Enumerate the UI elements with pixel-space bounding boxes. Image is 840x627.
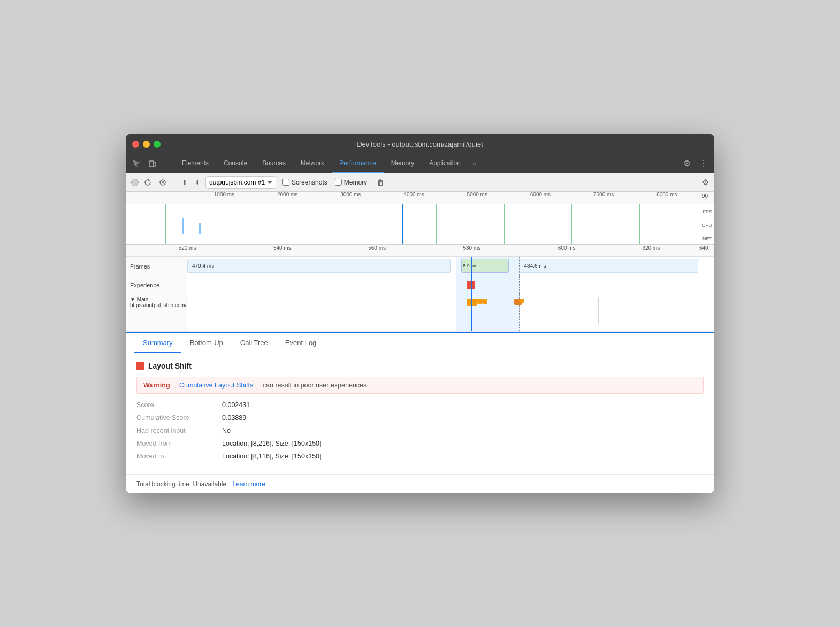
tab-sources[interactable]: Sources [255,154,293,173]
net-label: NET [690,236,712,241]
svg-rect-1 [154,162,156,166]
reload-button[interactable] [142,178,154,187]
recent-input-label: Had recent input [136,427,222,434]
target-selector[interactable]: output.jsbin.com #1 [205,176,276,189]
record-button[interactable] [131,179,139,186]
layout-shift-title: Layout Shift [148,362,192,370]
performance-toolbar: ⬆ ⬇ output.jsbin.com #1 Screenshots Memo… [126,173,714,192]
ruler-label-4000: 4000 ms [403,192,424,197]
target-value: output.jsbin.com #1 [209,179,265,186]
toolbar-checkboxes: Screenshots Memory 🗑 [282,178,384,187]
detail-label-600: 600 ms [558,245,576,251]
cumulative-score-value: 0.03889 [222,414,246,422]
tab-memory[interactable]: Memory [384,154,422,173]
frame-time-3: 484.6 ms [524,263,546,269]
recent-input-row: Had recent input No [136,427,704,434]
memory-label-toolbar: Memory [344,179,367,186]
tab-network[interactable]: Network [293,154,332,173]
warning-rest: can result in poor user experiences. [263,381,369,389]
detail-label-520: 520 ms [179,245,196,251]
main-content [187,294,714,331]
learn-more-link[interactable]: Learn more [232,480,265,488]
moved-to-value: Location: [8,116], Size: [150x150] [222,453,322,460]
ruler-label-8000: 8000 ms [656,192,677,197]
nav-right-icons: ⚙ ⋮ [681,157,710,170]
nav-icons [130,158,159,169]
sel-exp [456,276,519,294]
moved-from-label: Moved from [136,440,222,447]
frame-block-1: 470.4 ms [187,259,451,273]
task-bar-5 [520,299,525,303]
ruler-label-5000: 5000 ms [467,192,487,197]
memory-checkbox-label[interactable]: Memory [335,179,367,186]
cls-link[interactable]: Cumulative Layout Shifts [179,381,253,389]
moved-from-value: Location: [8,216], Size: [150x150] [222,440,322,447]
traffic-lights [132,141,161,148]
window-title: DevTools - output.jsbin.com/zajamil/quie… [357,140,483,148]
main-label: ▼ Main — https://output.jsbin.com/zajami… [126,294,187,331]
frame-time-1: 470.4 ms [192,263,214,269]
stop-button[interactable] [157,178,169,187]
nav-separator [170,158,170,169]
bottom-tabs-area: Summary Bottom-Up Call Tree Event Log La… [126,332,714,493]
screenshots-checkbox-label[interactable]: Screenshots [282,179,327,186]
ruler-label-3000: 3000 ms [340,192,361,197]
maximize-button[interactable] [154,141,161,148]
footer: Total blocking time: Unavailable Learn m… [126,475,714,493]
screenshots-label: Screenshots [292,179,327,186]
cpu-label: CPU [690,223,712,228]
tab-event-log[interactable]: Event Log [277,333,325,353]
minimize-button[interactable] [143,141,150,148]
score-label: Score [136,401,222,409]
svg-rect-0 [149,161,154,167]
layout-shift-header: Layout Shift [136,362,704,370]
tab-performance[interactable]: Performance [332,154,384,173]
close-button[interactable] [132,141,139,148]
timeline-detail: 520 ms 540 ms 560 ms 580 ms 600 ms 620 m… [126,245,714,332]
toolbar-settings-icon[interactable]: ⚙ [702,178,709,187]
ruler-label-2000: 2000 ms [277,192,297,197]
upload-button[interactable]: ⬆ [180,178,189,187]
timeline-ruler: 1000 ms 2000 ms 3000 ms 4000 ms 5000 ms … [126,192,714,204]
tab-bottom-up[interactable]: Bottom-Up [181,333,232,353]
tab-summary[interactable]: Summary [134,333,181,353]
device-toggle-icon[interactable] [146,158,159,169]
clear-button[interactable]: 🗑 [377,178,384,187]
tab-elements[interactable]: Elements [174,154,216,173]
layout-shift-icon [136,362,144,370]
warning-label: Warning [143,381,170,389]
cumulative-score-row: Cumulative Score 0.03889 [136,414,704,422]
download-button[interactable]: ⬇ [193,178,202,187]
timeline-overview: 1000 ms 2000 ms 3000 ms 4000 ms 5000 ms … [126,192,714,245]
summary-content: Layout Shift Warning Cumulative Layout S… [126,353,714,474]
main-row: ▼ Main — https://output.jsbin.com/zajami… [126,294,714,332]
tab-console[interactable]: Console [216,154,255,173]
timeline-cursor [471,257,472,276]
moved-to-label: Moved to [136,453,222,460]
memory-checkbox[interactable] [335,179,342,186]
detail-label-560: 560 ms [368,245,386,251]
nav-tabs: Elements Console Sources Network Perform… [174,154,681,173]
experience-content [187,276,714,294]
tab-call-tree[interactable]: Call Tree [232,333,277,353]
tab-more[interactable]: » [468,160,480,167]
experience-label: Experience [126,276,187,294]
task-bar-3 [483,299,488,304]
settings-icon[interactable]: ⚙ [681,157,693,170]
more-options-icon[interactable]: ⋮ [697,157,710,170]
warning-bar: Warning Cumulative Layout Shifts can res… [136,377,704,394]
ruler-label-1000: 1000 ms [214,192,234,197]
tab-application[interactable]: Application [422,154,468,173]
frames-content: 470.4 ms 8.9 ms 484.6 ms [187,257,714,276]
ruler-label-7000: 7000 ms [593,192,614,197]
screenshots-checkbox[interactable] [282,179,289,186]
task-line [598,297,599,324]
frame-block-2: 8.9 ms [461,259,509,273]
cumulative-score-label: Cumulative Score [136,414,222,422]
detail-label-620: 620 ms [642,245,660,251]
detail-ruler: 520 ms 540 ms 560 ms 580 ms 600 ms 620 m… [126,245,714,257]
detail-label-640: 640 [699,245,708,251]
toolbar-sep-1 [174,177,174,188]
devtools-nav: Elements Console Sources Network Perform… [126,154,714,173]
inspect-icon[interactable] [130,158,143,169]
